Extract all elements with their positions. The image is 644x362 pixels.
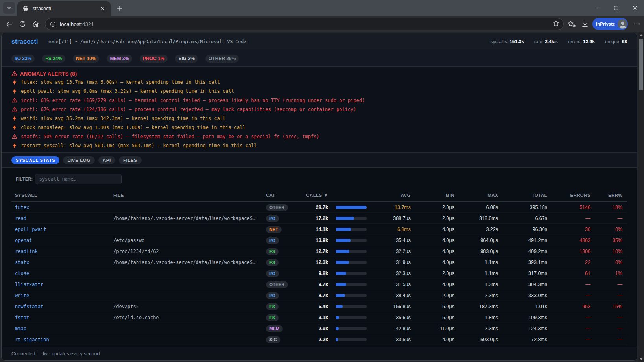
scrollbar-thumb[interactable] [639, 39, 643, 90]
max-value: 964.0µs [456, 238, 500, 243]
table-row[interactable]: writeI/O8.7k38.4µs2.0µs2.3ms333.0ms—— [11, 290, 627, 301]
max-value: 318.0ms [456, 216, 500, 221]
profile-avatar[interactable] [618, 19, 627, 29]
stat-label: rate: [534, 39, 545, 44]
category-chip[interactable]: I/O 33% [11, 55, 35, 63]
max-value: 1.8ms [456, 315, 500, 320]
table-row[interactable]: epoll_pwaitNET14.1k6.8ms4.0µs3.22s96.30s… [11, 224, 627, 235]
inprivate-badge[interactable]: InPrivate [592, 18, 628, 30]
max-value: 2.3ms [456, 293, 500, 298]
view-tab-files[interactable]: FILES [119, 156, 142, 164]
favorites-list-icon [568, 20, 576, 28]
category-chip[interactable]: MEM 3% [107, 55, 132, 63]
category-chip[interactable]: PROC 1% [140, 55, 168, 63]
calls-bar-track [336, 294, 367, 297]
table-row[interactable]: fstat/etc/ld.so.cacheFS3.1k35.6µs5.0µs1.… [11, 312, 627, 323]
category-chip[interactable]: NET 10% [73, 55, 99, 63]
address-bar[interactable]: localhost:4321 [45, 18, 564, 30]
syscall-name: fstat [11, 315, 113, 320]
calls-bar-fill [336, 228, 351, 231]
avg-value: 35.4µs [370, 238, 412, 243]
page-scrollbar[interactable] [638, 32, 644, 362]
column-header: ERRORS [549, 193, 592, 198]
calls-bar-fill [336, 305, 343, 308]
column-header: FILE [113, 193, 262, 198]
table-row[interactable]: newfstatat/dev/pts5FS6.4k156.8µs5.0µs187… [11, 301, 627, 312]
stat-suffix: /s [554, 39, 558, 44]
category-cell: SIG [262, 336, 293, 343]
tab-search-button[interactable] [3, 2, 15, 14]
close-icon [100, 6, 105, 11]
avg-value: 38.4µs [370, 293, 412, 298]
min-value: 4.0µs [412, 282, 456, 287]
anomaly-alert: futex: slow avg 13.7ms (max 6.08s) — ker… [11, 78, 627, 87]
category-badge: MEM [266, 325, 283, 332]
category-chip[interactable]: OTHER 26% [205, 55, 239, 63]
errors-value: — [549, 337, 592, 342]
category-chip[interactable]: SIG 2% [175, 55, 197, 63]
browser-tab[interactable]: stracectl [17, 1, 111, 16]
stat-value: 68 [622, 39, 627, 44]
category-cell: I/O [262, 236, 293, 244]
tab-close-button[interactable] [98, 4, 107, 13]
calls-value: 6.4k [293, 304, 330, 309]
table-row[interactable]: mmapMEM2.9k42.8µs11.0µs2.3ms124.3ms—— [11, 323, 627, 334]
calls-value: 9.7k [293, 282, 330, 287]
refresh-button[interactable] [16, 17, 29, 31]
maximize-button[interactable] [607, 0, 626, 16]
table-row[interactable]: readlink/proc/1234/fd/62FS12.7k32.2µs4.0… [11, 246, 627, 257]
error-rate-value: 0% [592, 227, 624, 232]
anomaly-alert: epoll_pwait: slow avg 6.8ms (max 3.22s) … [11, 87, 627, 96]
scrollbar-down-arrow[interactable] [638, 356, 644, 362]
error-rate-value: 1% [592, 271, 624, 276]
category-chip[interactable]: FS 24% [42, 55, 65, 63]
file-path: /etc/ld.so.cache [113, 315, 262, 320]
table-row[interactable]: statx/home/fabiano/.vscode-server/data/U… [11, 257, 627, 268]
back-button[interactable] [2, 17, 16, 31]
view-tab-syscall-stats[interactable]: SYSCALL STATS [11, 156, 59, 164]
min-value: 4.0µs [412, 337, 456, 342]
table-row[interactable]: rt_sigactionSIG2.2k33.5µs4.0µs593.0µs72.… [11, 334, 627, 345]
table-row[interactable]: llistxattrOTHER9.7k31.5µs4.0µs1.3ms304.3… [11, 279, 627, 290]
column-header: ERR% [592, 193, 624, 198]
view-tab-live-log[interactable]: LIVE LOG [63, 156, 94, 164]
calls-bar [330, 316, 370, 319]
table-row[interactable]: closeI/O9.8k32.3µs2.0µs1.1ms317.0ms611% [11, 268, 627, 279]
back-arrow-icon [6, 20, 13, 28]
favorite-star-icon[interactable] [553, 20, 559, 28]
calls-value: 12.3k [293, 260, 330, 265]
maximize-icon [614, 6, 618, 10]
avg-value: 156.8µs [370, 304, 412, 309]
table-row[interactable]: openat/etc/passwdI/O13.9k35.4µs4.0µs964.… [11, 235, 627, 246]
home-button[interactable] [29, 17, 42, 31]
downloads-button[interactable] [579, 17, 590, 31]
stat-label: syscalls: [490, 39, 509, 44]
scrollbar-up-arrow[interactable] [638, 32, 644, 38]
alert-text: ioctl: 61% error rate (169/279 calls) — … [21, 98, 365, 103]
favorites-collections-button[interactable] [566, 17, 577, 31]
new-tab-button[interactable] [114, 3, 125, 13]
column-header[interactable]: CALLS ▼ [293, 193, 330, 198]
settings-menu-button[interactable] [631, 17, 642, 31]
min-value: 4.0µs [412, 238, 456, 243]
view-tab-api[interactable]: API [98, 156, 115, 164]
anomaly-alert: wait4: slow avg 35.2ms (max 342.3ms) — k… [11, 114, 627, 123]
avg-value: 13.7ms [370, 205, 412, 210]
calls-bar-track [336, 272, 367, 275]
close-window-button[interactable] [626, 0, 644, 16]
category-chips-row: I/O 33%FS 24%NET 10%MEM 3%PROC 1%SIG 2%O… [2, 50, 637, 67]
category-cell: FS [262, 314, 293, 321]
total-value: 491.2ms [500, 238, 549, 243]
syscall-name: statx [11, 260, 113, 265]
minimize-button[interactable] [589, 0, 607, 16]
table-row[interactable]: read/home/fabiano/.vscode-server/data/Us… [11, 213, 627, 224]
max-value: 983.0µs [456, 249, 500, 254]
table-row[interactable]: futexOTHER28.7k13.7ms2.0µs6.08s395.18s51… [11, 202, 627, 213]
file-path: /home/fabiano/.vscode-server/data/User/w… [113, 260, 262, 265]
stat-label: unique: [605, 39, 622, 44]
filter-input[interactable] [35, 174, 122, 184]
total-value: 109.3ms [500, 315, 549, 320]
category-badge: FS [266, 259, 279, 266]
stat-value: 2.4k [545, 39, 554, 44]
category-cell: MEM [262, 325, 293, 332]
